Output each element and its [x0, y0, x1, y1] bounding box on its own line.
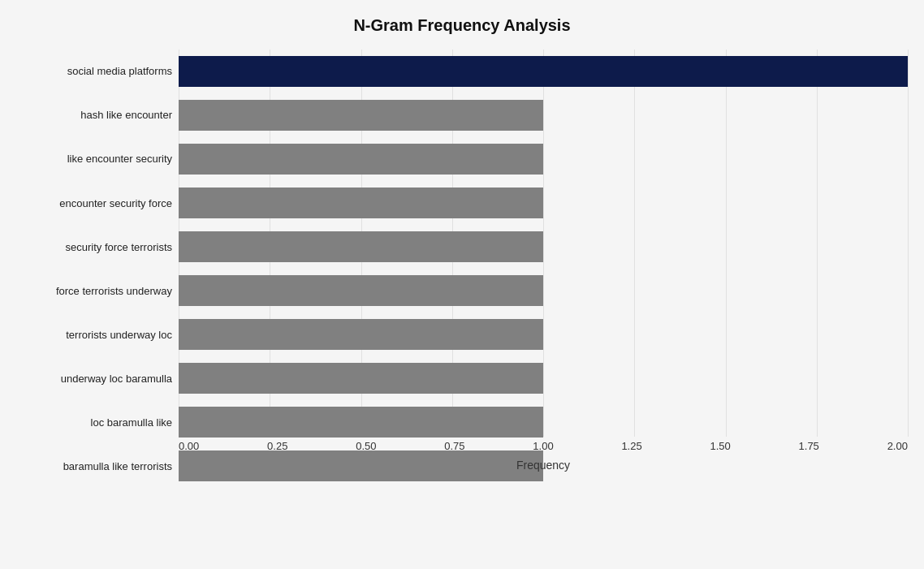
- x-ticks: 0.000.250.500.751.001.251.501.752.00: [179, 440, 908, 452]
- bar-row: [179, 181, 908, 225]
- y-label: underway loc baramulla: [61, 357, 172, 401]
- x-axis-label: Frequency: [179, 459, 908, 472]
- bars-and-x: 0.000.250.500.751.001.251.501.752.00 Fre…: [179, 50, 908, 489]
- bar: [179, 363, 543, 394]
- x-tick: 1.50: [710, 440, 730, 452]
- x-tick: 0.25: [267, 440, 287, 452]
- x-tick: 0.75: [444, 440, 464, 452]
- bar: [179, 275, 543, 306]
- bar: [179, 56, 908, 87]
- x-tick: 0.00: [179, 440, 199, 452]
- chart-container: N-Gram Frequency Analysis social media p…: [0, 0, 924, 569]
- y-label: hash like encounter: [80, 93, 172, 137]
- y-label: loc baramulla like: [91, 401, 172, 445]
- x-axis: 0.000.250.500.751.001.251.501.752.00 Fre…: [179, 440, 908, 489]
- bar-row: [179, 356, 908, 400]
- y-label: terrorists underway loc: [66, 313, 172, 357]
- y-label: like encounter security: [67, 137, 172, 181]
- bar-row: [179, 225, 908, 269]
- bar: [179, 319, 543, 350]
- chart-area: social media platformshash like encounte…: [16, 50, 908, 489]
- bar-row: [179, 137, 908, 181]
- y-axis: social media platformshash like encounte…: [16, 50, 179, 489]
- bars-section: [179, 50, 908, 437]
- y-label: baramulla like terrorists: [63, 445, 172, 489]
- x-tick: 2.00: [887, 440, 908, 452]
- bar-row: [179, 50, 908, 93]
- x-tick: 1.75: [799, 440, 819, 452]
- bar-row: [179, 400, 908, 444]
- bar: [179, 144, 543, 175]
- bar: [179, 407, 543, 438]
- x-tick: 0.50: [356, 440, 376, 452]
- grid-line: [908, 50, 909, 437]
- y-label: security force terrorists: [66, 225, 172, 269]
- bar: [179, 188, 543, 218]
- bar-row: [179, 93, 908, 137]
- bar: [179, 100, 543, 131]
- x-tick: 1.25: [621, 440, 641, 452]
- chart-title: N-Gram Frequency Analysis: [16, 16, 908, 35]
- y-label: encounter security force: [59, 181, 172, 225]
- bar-row: [179, 313, 908, 356]
- bars-rows: [179, 50, 908, 437]
- y-label: force terrorists underway: [56, 269, 172, 313]
- bar: [179, 231, 543, 262]
- x-tick: 1.00: [533, 440, 553, 452]
- y-label: social media platforms: [67, 50, 172, 93]
- bar-row: [179, 269, 908, 313]
